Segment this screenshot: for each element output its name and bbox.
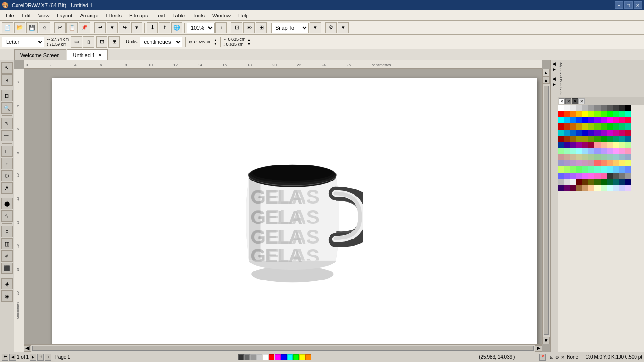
color-swatch[interactable] xyxy=(601,111,607,117)
color-swatch[interactable] xyxy=(564,166,570,173)
color-swatch[interactable] xyxy=(564,179,570,185)
export-button[interactable]: ⬆ xyxy=(159,22,170,33)
color-swatch[interactable] xyxy=(582,123,588,130)
select-tool[interactable]: ↖ xyxy=(1,62,13,74)
landscape-button[interactable]: ▯ xyxy=(83,36,94,48)
color-swatch[interactable] xyxy=(582,136,588,142)
snap-coords-button[interactable]: 📍 xyxy=(539,354,546,361)
color-swatch[interactable] xyxy=(594,148,601,154)
color-swatch[interactable] xyxy=(607,185,613,191)
color-swatch[interactable] xyxy=(576,130,582,136)
color-swatch[interactable] xyxy=(582,160,588,166)
undo-button[interactable]: ↩ xyxy=(94,22,106,33)
color-swatch[interactable] xyxy=(601,130,607,136)
snap-to-select[interactable]: Snap To xyxy=(271,23,309,33)
color-swatch[interactable] xyxy=(594,123,601,130)
color-swatch[interactable] xyxy=(625,173,631,179)
color-swatch[interactable] xyxy=(607,130,613,136)
color-swatch[interactable] xyxy=(558,179,564,185)
color-swatch[interactable] xyxy=(570,105,576,111)
bottom-swatch-black[interactable] xyxy=(238,354,244,360)
color-swatch[interactable] xyxy=(570,166,576,173)
color-swatch[interactable] xyxy=(607,160,613,166)
color-swatch[interactable] xyxy=(613,154,619,160)
color-swatch[interactable] xyxy=(619,117,625,123)
menu-edit[interactable]: Edit xyxy=(18,12,34,19)
cut-button[interactable]: ✂ xyxy=(54,22,66,33)
color-swatch[interactable] xyxy=(613,166,619,173)
color-swatch[interactable] xyxy=(601,117,607,123)
xy-spinner[interactable]: ▲ ▼ xyxy=(248,38,251,46)
color-swatch[interactable] xyxy=(588,136,594,142)
color-swatch[interactable] xyxy=(582,111,588,117)
minimize-button[interactable]: − xyxy=(615,1,623,9)
color-swatch[interactable] xyxy=(558,173,564,179)
color-swatch[interactable] xyxy=(619,173,625,179)
color-swatch[interactable] xyxy=(619,179,625,185)
color-swatch[interactable] xyxy=(570,117,576,123)
color-swatch[interactable] xyxy=(613,117,619,123)
transparency-tool[interactable]: ◫ xyxy=(1,238,13,249)
color-swatch[interactable] xyxy=(601,148,607,154)
color-swatch[interactable] xyxy=(619,185,625,191)
color-swatch[interactable] xyxy=(582,185,588,191)
rectangle-tool[interactable]: □ xyxy=(1,146,13,157)
color-swatch[interactable] xyxy=(570,142,576,148)
color-swatch[interactable] xyxy=(619,123,625,130)
color-swatch[interactable] xyxy=(570,123,576,130)
color-swatch[interactable] xyxy=(558,142,564,148)
view-mode-button[interactable]: 👁 xyxy=(243,22,255,33)
bottom-swatch-white[interactable] xyxy=(263,354,268,360)
color-swatch[interactable] xyxy=(619,154,625,160)
scrollbar-bottom[interactable]: ◀ ▶ xyxy=(24,344,542,352)
scrollbar-thumb[interactable] xyxy=(544,86,549,335)
page-size-select[interactable]: Letter A4 xyxy=(2,37,44,47)
color-swatch[interactable] xyxy=(625,160,631,166)
panel-expand-left2[interactable]: ◀ xyxy=(553,76,556,81)
interactive-fill-tool[interactable]: ◈ xyxy=(1,278,13,289)
publish-button[interactable]: 🌐 xyxy=(171,22,182,33)
color-swatch[interactable] xyxy=(601,105,607,111)
menu-view[interactable]: View xyxy=(34,12,53,19)
zoom-in-button[interactable]: + xyxy=(215,22,227,33)
undo-dropdown[interactable]: ▾ xyxy=(107,22,118,33)
color-swatch[interactable] xyxy=(625,105,631,111)
color-swatch[interactable] xyxy=(607,136,613,142)
color-swatch[interactable] xyxy=(613,185,619,191)
panel-expand-right[interactable]: ▶ xyxy=(553,67,556,72)
color-swatch[interactable] xyxy=(576,185,582,191)
paste-button[interactable]: 📌 xyxy=(79,22,90,33)
color-swatch[interactable] xyxy=(576,148,582,154)
color-swatch[interactable] xyxy=(625,166,631,173)
color-swatch[interactable] xyxy=(576,154,582,160)
color-swatch[interactable] xyxy=(594,185,601,191)
zoom-tool[interactable]: 🔍 xyxy=(1,102,13,114)
color-swatch[interactable] xyxy=(570,136,576,142)
scroll-right-down-button[interactable]: ▼ xyxy=(543,337,550,344)
color-swatch[interactable] xyxy=(601,179,607,185)
color-swatch[interactable] xyxy=(564,136,570,142)
redo-button[interactable]: ↪ xyxy=(119,22,130,33)
color-swatch[interactable] xyxy=(576,142,582,148)
color-swatch[interactable] xyxy=(576,136,582,142)
color-swatch[interactable] xyxy=(570,173,576,179)
print-button[interactable]: 🖨 xyxy=(39,22,50,33)
zoom-select[interactable]: 101% 100% 75% 50% xyxy=(187,23,215,33)
menu-help[interactable]: Help xyxy=(234,12,253,19)
bottom-swatch-cyan[interactable] xyxy=(287,354,293,360)
color-swatch[interactable] xyxy=(570,185,576,191)
scrollbar-right[interactable]: ▲ ▼ xyxy=(542,76,550,344)
color-swatch[interactable] xyxy=(588,148,594,154)
color-swatch[interactable] xyxy=(588,142,594,148)
no-fill-swatch[interactable]: ✕ xyxy=(559,98,565,104)
color-swatch[interactable] xyxy=(564,130,570,136)
color-swatch[interactable] xyxy=(625,185,631,191)
color-swatch[interactable] xyxy=(582,173,588,179)
fill-tool[interactable]: ⬛ xyxy=(1,263,13,274)
color-swatch[interactable] xyxy=(613,130,619,136)
color-swatch[interactable] xyxy=(558,136,564,142)
color-swatch[interactable] xyxy=(601,123,607,130)
color-swatch[interactable] xyxy=(588,185,594,191)
menu-window[interactable]: Window xyxy=(208,12,234,19)
color-swatch[interactable] xyxy=(594,160,601,166)
